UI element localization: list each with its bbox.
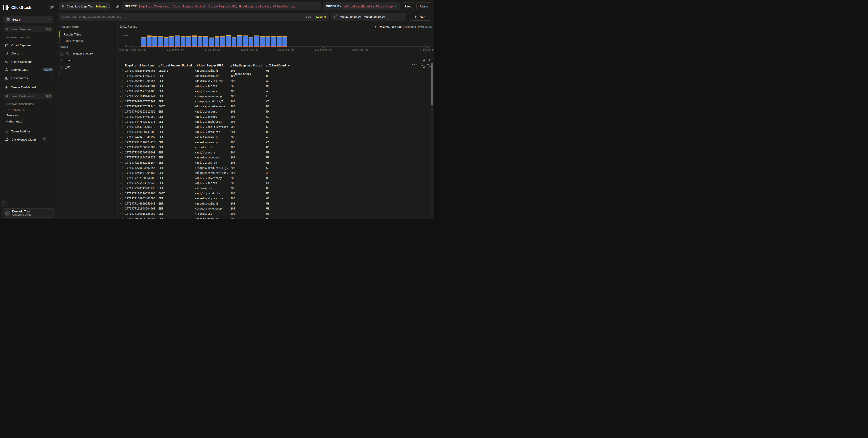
row-expand-chevron-icon[interactable]: › bbox=[119, 100, 121, 103]
scrollbar-thumb[interactable] bbox=[431, 63, 433, 105]
table-row[interactable]: ›1771977170170320896POST/api/v1/products… bbox=[119, 191, 429, 196]
saved-dashboards-input[interactable] bbox=[10, 95, 43, 98]
row-expand-chevron-icon[interactable]: › bbox=[119, 202, 121, 205]
preset-kubernetes[interactable]: Kubernetes bbox=[6, 120, 22, 123]
row-expand-chevron-icon[interactable]: › bbox=[119, 110, 121, 113]
row-expand-chevron-icon[interactable]: › bbox=[119, 130, 121, 134]
table-row[interactable]: ›1771977294632285184GET/api/v1/search200… bbox=[119, 160, 429, 165]
row-expand-chevron-icon[interactable]: › bbox=[119, 212, 121, 215]
filter-field-path[interactable]: _path bbox=[60, 57, 431, 63]
sidebar-item-clickhouse-cloud[interactable]: ClickHouse Cloud bbox=[3, 136, 54, 143]
table-row[interactable]: ›1771977150952462080GET/assets/styles.cs… bbox=[119, 196, 429, 201]
table-row[interactable]: ›1771977063496248064GET/assets/main.js20… bbox=[119, 216, 429, 219]
table-row[interactable]: ›1771977311634380032GET/assets/logo.png2… bbox=[119, 155, 429, 160]
row-expand-chevron-icon[interactable]: › bbox=[119, 151, 121, 154]
drag-handle-icon[interactable] bbox=[230, 65, 231, 65]
table-row[interactable]: ›1771977513675145984GET/api/v1/search200… bbox=[119, 83, 429, 89]
save-button[interactable]: Save bbox=[402, 2, 414, 10]
row-expand-chevron-icon[interactable]: › bbox=[119, 125, 121, 128]
row-expand-chevron-icon[interactable]: › bbox=[119, 156, 121, 159]
histogram-bar[interactable] bbox=[226, 35, 231, 46]
row-expand-chevron-icon[interactable]: › bbox=[119, 85, 121, 88]
histogram-bar[interactable] bbox=[254, 35, 259, 46]
histogram-bar[interactable] bbox=[158, 36, 163, 46]
row-expand-chevron-icon[interactable]: › bbox=[119, 166, 121, 169]
histogram-bar[interactable] bbox=[271, 36, 276, 46]
table-row[interactable]: ›1771977444703206912GET/api/v1/notificat… bbox=[119, 125, 429, 130]
table-row[interactable]: ›1771977430320741888GET/api/v1/products2… bbox=[119, 130, 429, 135]
table-row[interactable]: ›1771977111948904960GET/images/hero.webp… bbox=[119, 206, 429, 211]
histogram-bar[interactable] bbox=[220, 36, 225, 46]
row-expand-chevron-icon[interactable]: › bbox=[119, 217, 121, 219]
table-row[interactable]: ›1771977496047072768GET/images/products/… bbox=[119, 99, 429, 104]
col-header-ClientRequestMethod[interactable]: ClientRequestMethod bbox=[158, 64, 195, 67]
row-expand-chevron-icon[interactable]: › bbox=[119, 90, 121, 93]
histogram-bar[interactable] bbox=[249, 37, 253, 46]
sidebar-collapse-button[interactable] bbox=[50, 6, 54, 10]
select-clause-editor[interactable]: SELECT EdgeStartTimestamp, ClientRequest… bbox=[122, 2, 321, 10]
histogram-bar[interactable] bbox=[215, 36, 219, 46]
table-row[interactable]: ›1771977220512903936GET/sitemap.xml200US bbox=[119, 186, 429, 191]
table-row[interactable]: ›1771977429451649792GET/assets/main.js20… bbox=[119, 135, 429, 140]
histogram-bar[interactable] bbox=[237, 35, 242, 46]
resume-live-tail-button[interactable]: Resume Live Tail bbox=[372, 24, 404, 30]
sidebar-item-dashboards[interactable]: Dashboards bbox=[3, 75, 54, 81]
time-range-picker[interactable]: Feb 23 16:38:20 - Feb 25 16:38:20 bbox=[331, 13, 406, 21]
histogram-bar[interactable] bbox=[186, 36, 191, 46]
table-row[interactable]: ›1771977146659959040GET/assets/main.js20… bbox=[119, 201, 429, 206]
table-row[interactable]: ›1771977372136857088GET/robots.txt200US bbox=[119, 145, 429, 150]
histogram-bar[interactable] bbox=[198, 36, 203, 46]
presets-toggle[interactable]: PRESETS bbox=[6, 108, 25, 111]
row-expand-chevron-icon[interactable]: › bbox=[119, 120, 121, 124]
histogram-bar[interactable] bbox=[277, 36, 282, 46]
wrap-lines-icon[interactable] bbox=[419, 63, 423, 67]
col-header-EdgeResponseStatus[interactable]: EdgeResponseStatus bbox=[230, 64, 266, 67]
drag-handle-icon[interactable] bbox=[195, 65, 195, 65]
col-header-EdgeStartTimestamp[interactable]: EdgeStartTimestamp bbox=[125, 64, 158, 67]
create-dashboard-button[interactable]: Create Dashboard bbox=[3, 84, 54, 91]
histogram-bar[interactable] bbox=[282, 36, 287, 46]
sidebar-item-service-map[interactable]: Service Map BETA bbox=[3, 66, 54, 73]
row-expand-chevron-icon[interactable]: › bbox=[119, 74, 121, 77]
row-expand-chevron-icon[interactable]: › bbox=[119, 79, 121, 82]
row-expand-chevron-icon[interactable]: › bbox=[119, 192, 121, 195]
pin-icon[interactable] bbox=[428, 59, 431, 62]
help-button[interactable]: ? bbox=[2, 201, 7, 206]
sidebar-item-alerts[interactable]: Alerts bbox=[3, 50, 54, 57]
table-row[interactable]: ›1771977109915123968GET/robots.txt200US bbox=[119, 211, 429, 216]
run-button[interactable]: Run bbox=[409, 13, 431, 21]
table-row[interactable]: ›1771977562054696960DELETE/assets/main.j… bbox=[119, 68, 429, 73]
row-expand-chevron-icon[interactable]: › bbox=[119, 181, 121, 184]
table-row[interactable]: ›1771977257100864000GET/api/v1/inventory… bbox=[119, 175, 429, 180]
row-expand-chevron-icon[interactable]: › bbox=[119, 187, 121, 190]
view-source-icon[interactable]: </> bbox=[412, 63, 416, 67]
chevron-up-icon[interactable] bbox=[48, 18, 51, 21]
table-row[interactable]: ›1771977447543742976GET/api/v1/auth/logi… bbox=[119, 119, 429, 125]
row-expand-chevron-icon[interactable]: › bbox=[119, 176, 121, 179]
histogram-bar[interactable] bbox=[192, 35, 197, 46]
histogram-bar[interactable] bbox=[169, 36, 174, 46]
histogram-bar[interactable] bbox=[266, 36, 270, 46]
denoise-checkbox[interactable] bbox=[60, 52, 64, 56]
table-row[interactable]: ›1771977258347964160GET/blog/2025/01/rel… bbox=[119, 170, 429, 176]
sidebar-item-team-settings[interactable]: Team Settings bbox=[3, 128, 54, 135]
field-chart-icon[interactable] bbox=[422, 59, 426, 62]
table-row[interactable]: ›1771977501019442944GET/images/hero.webp… bbox=[119, 94, 429, 99]
table-row[interactable]: ›1771977276623097856GET/images/products/… bbox=[119, 165, 429, 170]
preset-services[interactable]: Services bbox=[6, 114, 18, 117]
sidebar-item-chart-explorer[interactable]: Chart Explorer bbox=[3, 42, 54, 48]
histogram-bar[interactable] bbox=[209, 37, 214, 46]
row-expand-chevron-icon[interactable]: › bbox=[119, 69, 121, 72]
row-expand-chevron-icon[interactable]: › bbox=[119, 207, 121, 210]
row-expand-chevron-icon[interactable]: › bbox=[119, 161, 121, 164]
col-header-ClientRequestURI[interactable]: ClientRequestURI bbox=[195, 64, 230, 67]
mode-lucene-toggle[interactable]: Lucene bbox=[316, 15, 326, 18]
histogram-bar[interactable] bbox=[175, 35, 180, 46]
histogram-bar[interactable] bbox=[164, 37, 168, 46]
col-header-ClientCountry[interactable]: ClientCountry bbox=[266, 64, 429, 67]
download-icon[interactable] bbox=[426, 63, 430, 67]
table-row[interactable]: ›1771977549717662976GET/assets/main.js40… bbox=[119, 73, 429, 79]
event-search-input[interactable] bbox=[62, 15, 303, 18]
histogram-bar[interactable] bbox=[231, 37, 236, 46]
row-expand-chevron-icon[interactable]: › bbox=[119, 197, 121, 200]
